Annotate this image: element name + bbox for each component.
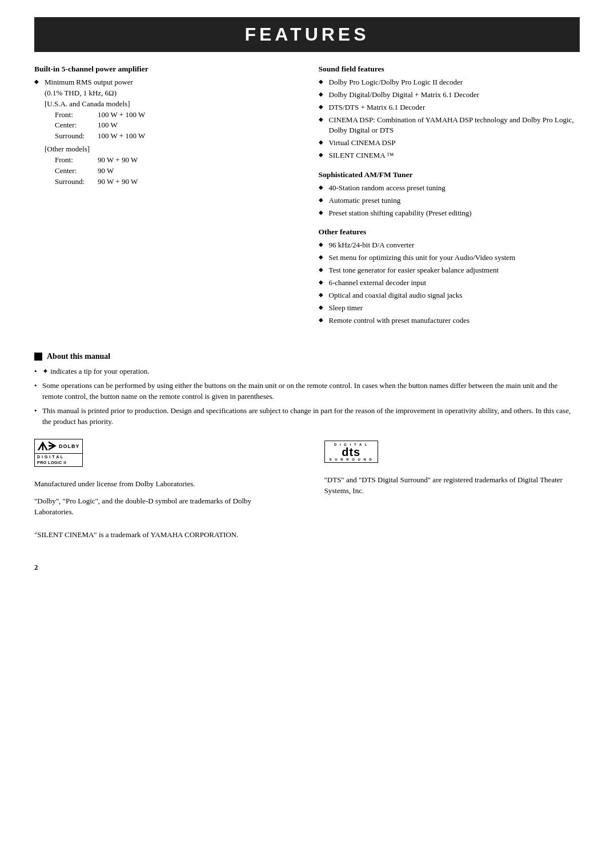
list-item: Automatic preset tuning bbox=[319, 195, 580, 206]
list-item: SILENT CINEMA ™ bbox=[319, 150, 580, 161]
page: FEATURES Built-in 5-channel power amplif… bbox=[0, 0, 614, 868]
list-item: DTS/DTS + Matrix 6.1 Decoder bbox=[319, 102, 580, 113]
usa-power-table: Front: 100 W + 100 W Center: 100 W Surro… bbox=[55, 110, 296, 142]
list-item: Set menu for optimizing this unit for yo… bbox=[319, 253, 580, 263]
logo-section: ᗑᗒ DOLBY D I G I T A L PRO LOGIC II Manu… bbox=[34, 439, 580, 523]
tuner-title: Sophisticated AM/FM Tuner bbox=[319, 170, 580, 179]
list-item: 6-channel external decoder input bbox=[319, 278, 580, 289]
tuner-list: 40-Station random access preset tuning A… bbox=[319, 183, 580, 219]
list-item: ✦ indicates a tip for your operation. bbox=[34, 366, 580, 377]
dts-logo: D I G I T A L dts S U R R O U N D bbox=[324, 439, 580, 469]
dts-surround-label: S U R R O U N D bbox=[330, 458, 373, 461]
dts-col: D I G I T A L dts S U R R O U N D "DTS" … bbox=[324, 439, 580, 523]
list-item: Sleep timer bbox=[319, 303, 580, 314]
other-power-table: Front: 90 W + 90 W Center: 90 W Surround… bbox=[55, 155, 296, 187]
amplifier-title: Built-in 5-channel power amplifier bbox=[34, 65, 296, 74]
manufactured-text: Manufactured under license from Dolby La… bbox=[34, 478, 290, 490]
amplifier-list: Minimum RMS output power (0.1% THD, 1 kH… bbox=[34, 77, 296, 187]
about-title: About this manual bbox=[34, 352, 580, 361]
power-row: Surround: 90 W + 90 W bbox=[55, 177, 296, 187]
black-square-icon bbox=[34, 353, 42, 361]
dolby-label: DOLBY bbox=[57, 443, 80, 449]
power-row: Front: 90 W + 90 W bbox=[55, 155, 296, 166]
list-item: Test tone generator for easier speaker b… bbox=[319, 265, 580, 276]
list-item: Preset station shifting capability (Pres… bbox=[319, 208, 580, 219]
power-row: Front: 100 W + 100 W bbox=[55, 110, 296, 121]
about-list: ✦ indicates a tip for your operation. So… bbox=[34, 366, 580, 427]
other-features-list: 96 kHz/24-bit D/A converter Set menu for… bbox=[319, 240, 580, 326]
power-row: Surround: 100 W + 100 W bbox=[55, 131, 296, 142]
list-item: 40-Station random access preset tuning bbox=[319, 183, 580, 194]
about-section: About this manual ✦ indicates a tip for … bbox=[34, 352, 580, 427]
power-row: Center: 100 W bbox=[55, 120, 296, 131]
sound-field-list: Dolby Pro Logic/Dolby Pro Logic II decod… bbox=[319, 77, 580, 161]
list-item: Virtual CINEMA DSP bbox=[319, 138, 580, 149]
dolby-top: ᗑᗒ DOLBY bbox=[35, 439, 82, 454]
dts-main-text: dts bbox=[342, 446, 360, 458]
list-item: 96 kHz/24-bit D/A converter bbox=[319, 240, 580, 251]
dolby-logo: ᗑᗒ DOLBY D I G I T A L PRO LOGIC II bbox=[34, 439, 290, 473]
list-item: CINEMA DSP: Combination of YAMAHA DSP te… bbox=[319, 115, 580, 137]
power-row: Center: 90 W bbox=[55, 166, 296, 177]
dolby-bottom: D I G I T A L PRO LOGIC II bbox=[35, 454, 69, 467]
sound-field-title: Sound field features bbox=[319, 65, 580, 74]
list-item: Some operations can be performed by usin… bbox=[34, 380, 580, 402]
list-item: Minimum RMS output power (0.1% THD, 1 kH… bbox=[34, 77, 296, 187]
left-column: Built-in 5-channel power amplifier Minim… bbox=[34, 65, 296, 335]
features-header: FEATURES bbox=[34, 17, 580, 52]
list-item: Optical and coaxial digital audio signal… bbox=[319, 290, 580, 301]
main-columns: Built-in 5-channel power amplifier Minim… bbox=[34, 65, 580, 335]
page-number: 2 bbox=[34, 563, 580, 572]
page-title: FEATURES bbox=[46, 24, 568, 45]
silent-cinema-text: "SILENT CINEMA" is a trademark of YAMAHA… bbox=[34, 529, 580, 541]
list-item: Dolby Pro Logic/Dolby Pro Logic II decod… bbox=[319, 77, 580, 88]
dolby-trademark-text: "Dolby", "Pro Logic", and the double-D s… bbox=[34, 495, 290, 518]
dolby-col: ᗑᗒ DOLBY D I G I T A L PRO LOGIC II Manu… bbox=[34, 439, 290, 523]
right-column: Sound field features Dolby Pro Logic/Dol… bbox=[319, 65, 580, 335]
list-item: Dolby Digital/Dolby Digital + Matrix 6.1… bbox=[319, 90, 580, 101]
dts-trademark-text: "DTS" and "DTS Digital Surround" are reg… bbox=[324, 474, 580, 497]
list-item: Remote control with preset manufacturer … bbox=[319, 315, 580, 326]
other-features-title: Other features bbox=[319, 227, 580, 237]
list-item: This manual is printed prior to producti… bbox=[34, 405, 580, 427]
